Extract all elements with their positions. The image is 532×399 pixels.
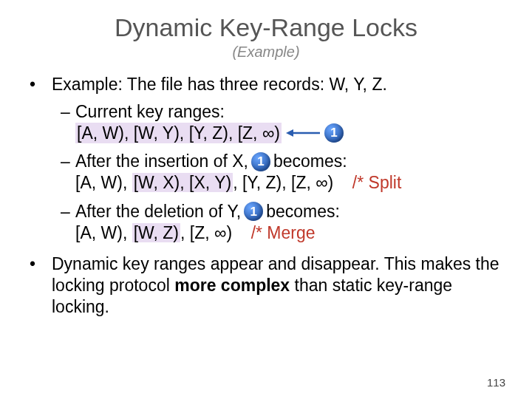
sub-2-comment: /* Split (352, 173, 401, 192)
sub-3-pre: After the deletion of Y, (75, 201, 241, 222)
bullet-dot: • (30, 74, 52, 95)
sub-2-ranges-hl: [W, X), [X, Y) (132, 173, 233, 192)
slide-subtitle: (Example) (30, 44, 502, 61)
badge-1: 1 (244, 202, 263, 221)
sub-2-pre: After the insertion of X, (75, 151, 248, 172)
sub-3: – After the deletion of Y, 1 becomes: [A… (61, 201, 502, 244)
bullet-1: • Example: The file has three records: W… (30, 74, 502, 95)
badge-1: 1 (324, 123, 344, 143)
badge-1: 1 (251, 152, 270, 171)
sub-2-post: becomes: (273, 151, 347, 172)
slide-content: • Example: The file has three records: W… (30, 74, 502, 318)
sub-3-ranges-hl: [W, Z) (132, 223, 180, 242)
sub-2: – After the insertion of X, 1 becomes: [… (61, 151, 502, 194)
bullet-2-strong: more complex (174, 276, 290, 295)
sub-3-ranges-b: , [Z, ∞) (180, 223, 232, 242)
sub-3-ranges-a: [A, W), (75, 223, 132, 242)
sub-1-ranges: [A, W), [W, Y), [Y, Z), [Z, ∞) (75, 123, 282, 144)
sub-3-post: becomes: (266, 201, 340, 222)
bullet-dot: • (30, 253, 52, 317)
dash-icon: – (61, 101, 75, 144)
bullet-2: • Dynamic key ranges appear and disappea… (30, 253, 502, 317)
sub-3-comment: /* Merge (251, 223, 316, 242)
slide-title: Dynamic Key-Range Locks (30, 13, 502, 42)
sub-2-ranges-b: , [Y, Z), [Z, ∞) (233, 173, 333, 192)
sub-1-label: Current key ranges: (75, 101, 502, 123)
bullet-1-text: Example: The file has three records: W, … (52, 74, 387, 95)
dash-icon: – (61, 201, 75, 244)
arrow-icon (284, 126, 321, 140)
svg-marker-1 (286, 129, 293, 137)
sub-1: – Current key ranges: [A, W), [W, Y), [Y… (61, 101, 502, 144)
dash-icon: – (61, 151, 75, 194)
sub-2-ranges-a: [A, W), (75, 173, 132, 192)
bullet-2-text: Dynamic key ranges appear and disappear.… (52, 253, 502, 317)
page-number: 113 (487, 376, 505, 389)
